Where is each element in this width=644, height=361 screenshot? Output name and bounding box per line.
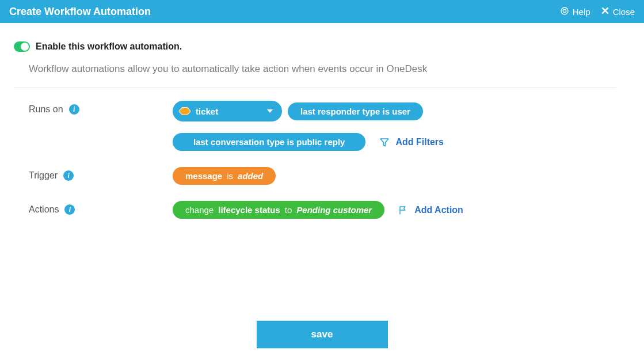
action-value: Pending customer bbox=[296, 205, 372, 215]
close-label: Close bbox=[613, 7, 635, 17]
info-icon[interactable]: i bbox=[63, 170, 74, 181]
trigger-value: added bbox=[238, 171, 263, 181]
flag-icon bbox=[398, 205, 409, 215]
runs-on-section: Runs on i ticket last responder type is … bbox=[14, 88, 616, 154]
action-verb: change bbox=[185, 205, 214, 215]
actions-label-wrap: Actions i bbox=[29, 201, 173, 215]
filter-icon bbox=[379, 137, 390, 147]
modal-header: Create Workflow Automation Help Close bbox=[0, 0, 644, 23]
trigger-subject: message bbox=[185, 171, 222, 181]
action-field: lifecycle status bbox=[218, 205, 280, 215]
filter-pill[interactable]: last conversation type is public reply bbox=[173, 133, 365, 151]
trigger-pill[interactable]: message is added bbox=[173, 167, 276, 185]
enable-row: Enable this workflow automation. bbox=[14, 41, 616, 52]
trigger-label: Trigger bbox=[29, 170, 58, 181]
enable-toggle[interactable] bbox=[14, 41, 30, 52]
runs-on-type-value: ticket bbox=[196, 107, 218, 116]
save-button[interactable]: save bbox=[257, 321, 388, 348]
close-icon bbox=[601, 6, 609, 17]
header-actions: Help Close bbox=[560, 6, 635, 17]
enable-label: Enable this workflow automation. bbox=[36, 41, 182, 52]
trigger-verb: is bbox=[227, 171, 233, 181]
save-row: save bbox=[0, 321, 644, 348]
filter-pill-label: last conversation type is public reply bbox=[193, 137, 345, 147]
actions-pills: change lifecycle status to Pending custo… bbox=[173, 201, 463, 219]
help-button[interactable]: Help bbox=[560, 6, 590, 17]
info-icon[interactable]: i bbox=[69, 104, 79, 115]
action-to: to bbox=[285, 205, 292, 215]
add-action-label: Add Action bbox=[414, 205, 463, 215]
actions-section: Actions i change lifecycle status to Pen… bbox=[14, 188, 616, 222]
actions-label: Actions bbox=[29, 204, 59, 215]
add-filters-button[interactable]: Add Filters bbox=[379, 137, 444, 147]
modal-content: Enable this workflow automation. Workflo… bbox=[0, 23, 644, 222]
toggle-knob bbox=[21, 43, 29, 51]
svg-point-0 bbox=[561, 7, 568, 14]
trigger-pills: message is added bbox=[173, 167, 276, 185]
add-filters-label: Add Filters bbox=[395, 137, 444, 147]
automation-description: Workflow automations allow you to automa… bbox=[14, 63, 616, 88]
svg-point-1 bbox=[563, 9, 566, 12]
close-button[interactable]: Close bbox=[601, 6, 635, 17]
chevron-down-icon bbox=[267, 109, 273, 113]
trigger-label-wrap: Trigger i bbox=[29, 167, 173, 181]
runs-on-type-dropdown[interactable]: ticket bbox=[173, 101, 282, 121]
action-pill[interactable]: change lifecycle status to Pending custo… bbox=[173, 201, 384, 219]
ticket-icon bbox=[178, 105, 191, 117]
add-action-button[interactable]: Add Action bbox=[398, 205, 463, 215]
filter-pill[interactable]: last responder type is user bbox=[288, 102, 423, 120]
filter-pill-label: last responder type is user bbox=[300, 107, 410, 116]
runs-on-label: Runs on bbox=[29, 104, 63, 115]
help-label: Help bbox=[573, 7, 590, 17]
info-icon[interactable]: i bbox=[64, 204, 75, 215]
trigger-section: Trigger i message is added bbox=[14, 154, 616, 188]
runs-on-label-wrap: Runs on i bbox=[29, 101, 173, 115]
runs-on-pills: ticket last responder type is user last … bbox=[173, 101, 616, 151]
help-icon bbox=[560, 6, 569, 17]
modal-title: Create Workflow Automation bbox=[9, 6, 151, 18]
